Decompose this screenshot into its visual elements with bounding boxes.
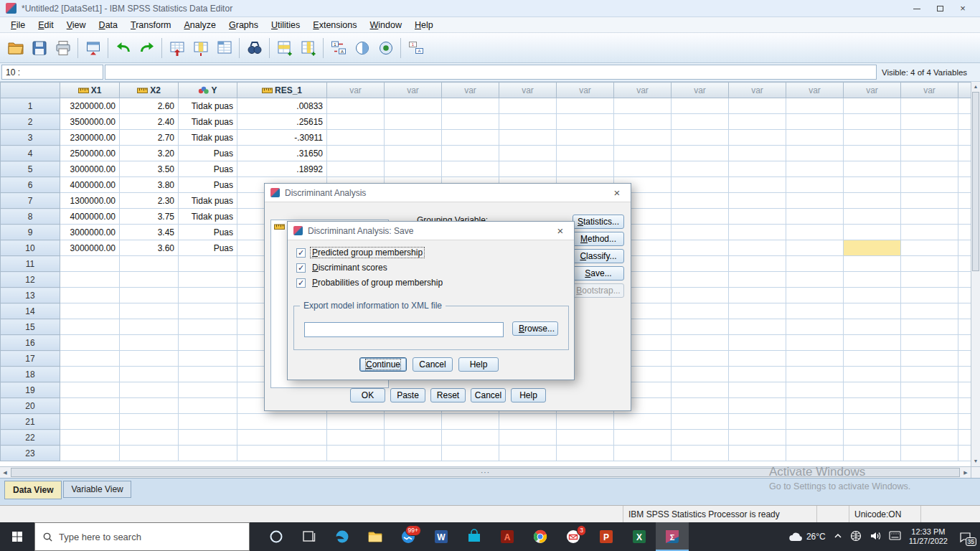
help-button[interactable]: Help — [511, 388, 546, 402]
grid-cell[interactable] — [901, 382, 958, 398]
grid-cell[interactable] — [237, 446, 327, 461]
classify-button[interactable]: Classify... — [573, 249, 624, 263]
goto-variable-icon[interactable] — [189, 36, 212, 60]
help-button[interactable]: Help — [458, 357, 499, 372]
spss-taskbar-icon[interactable]: Σ — [656, 522, 689, 551]
grid-cell[interactable] — [729, 177, 786, 193]
grid-cell[interactable] — [786, 272, 844, 288]
grid-cell[interactable] — [901, 240, 958, 256]
grid-cell[interactable] — [614, 430, 672, 446]
grid-cell[interactable] — [120, 430, 179, 446]
file-explorer-taskbar-icon[interactable] — [359, 522, 392, 551]
dialog-titlebar[interactable]: Discriminant Analysis: Save × — [288, 222, 574, 240]
grid-cell[interactable] — [179, 382, 237, 398]
grid-cell[interactable]: 2.60 — [120, 98, 179, 114]
grid-cell[interactable] — [60, 382, 120, 398]
grid-cell[interactable] — [385, 430, 442, 446]
menu-transform[interactable]: Transform — [124, 18, 178, 32]
grid-cell[interactable] — [120, 398, 179, 414]
select-cases-icon[interactable] — [374, 36, 397, 60]
grid-cell[interactable] — [614, 98, 672, 114]
grid-cell[interactable] — [844, 382, 901, 398]
grid-cell[interactable]: Puas — [179, 161, 237, 177]
column-header-var[interactable]: var — [729, 83, 786, 98]
grid-cell[interactable]: Puas — [179, 177, 237, 193]
grid-cell[interactable] — [442, 161, 499, 177]
grid-cell[interactable] — [60, 288, 120, 303]
grid-cell[interactable] — [901, 288, 958, 303]
grid-cell[interactable] — [120, 335, 179, 351]
grid-cell[interactable] — [786, 414, 844, 430]
grid-cell[interactable]: .00833 — [237, 98, 327, 114]
grid-cell[interactable]: .31650 — [237, 146, 327, 161]
grid-cell[interactable] — [786, 319, 844, 335]
grid-cell[interactable] — [327, 414, 385, 430]
grid-cell[interactable] — [844, 288, 901, 303]
grid-cell[interactable] — [120, 319, 179, 335]
grid-cell[interactable] — [672, 146, 729, 161]
select-all-corner[interactable] — [1, 83, 60, 98]
grid-cell[interactable] — [120, 367, 179, 382]
grid-cell[interactable]: 3.50 — [120, 161, 179, 177]
grid-cell[interactable] — [672, 351, 729, 367]
cancel-button[interactable]: Cancel — [413, 357, 453, 372]
grid-cell[interactable] — [672, 272, 729, 288]
column-header-var[interactable]: var — [442, 83, 499, 98]
grid-cell[interactable] — [237, 414, 327, 430]
paste-button[interactable]: Paste — [390, 388, 425, 402]
row-header[interactable]: 17 — [1, 351, 60, 367]
grid-cell[interactable] — [729, 288, 786, 303]
search-input[interactable] — [59, 532, 224, 542]
grid-cell[interactable] — [901, 130, 958, 146]
grid-cell[interactable] — [60, 398, 120, 414]
grid-cell[interactable] — [844, 335, 901, 351]
weight-cases-icon[interactable] — [350, 36, 374, 60]
checkbox-label[interactable]: Predicted group membership — [311, 248, 424, 258]
predicted-group-membership-checkbox[interactable]: ✓ — [296, 248, 306, 258]
mail-taskbar-icon[interactable]: 3 — [557, 522, 590, 551]
grid-cell[interactable] — [327, 446, 385, 461]
column-header-var[interactable]: var — [901, 83, 958, 98]
grid-cell[interactable] — [729, 209, 786, 225]
grid-cell[interactable] — [901, 398, 958, 414]
grid-cell[interactable]: 3200000.00 — [60, 98, 120, 114]
grid-cell[interactable] — [901, 161, 958, 177]
grid-cell[interactable] — [179, 335, 237, 351]
grid-cell[interactable] — [786, 398, 844, 414]
save-icon[interactable] — [27, 36, 51, 60]
grid-cell[interactable] — [672, 177, 729, 193]
grid-cell[interactable] — [385, 98, 442, 114]
grid-cell[interactable] — [499, 98, 557, 114]
grid-cell[interactable]: 2500000.00 — [60, 146, 120, 161]
grid-cell[interactable]: 3000000.00 — [60, 161, 120, 177]
task-view-taskbar-icon[interactable] — [293, 522, 326, 551]
grid-cell[interactable] — [901, 446, 958, 461]
menu-graphs[interactable]: Graphs — [222, 18, 265, 32]
grid-cell[interactable] — [672, 161, 729, 177]
menu-file[interactable]: File — [4, 18, 32, 32]
grid-cell[interactable]: 2.30 — [120, 193, 179, 209]
variables-icon[interactable] — [212, 36, 236, 60]
grid-cell[interactable] — [729, 193, 786, 209]
grid-cell[interactable] — [179, 430, 237, 446]
grid-cell[interactable] — [557, 414, 614, 430]
grid-cell[interactable] — [120, 288, 179, 303]
grid-cell[interactable] — [327, 430, 385, 446]
grid-cell[interactable] — [614, 161, 672, 177]
grid-cell[interactable] — [844, 98, 901, 114]
insert-variable-icon[interactable] — [296, 36, 320, 60]
grid-cell[interactable] — [672, 288, 729, 303]
cell-editor[interactable] — [105, 65, 877, 80]
grid-cell[interactable] — [442, 130, 499, 146]
grid-cell[interactable] — [179, 414, 237, 430]
grid-cell[interactable] — [729, 146, 786, 161]
tab-data-view[interactable]: Data View — [4, 481, 62, 499]
grid-cell[interactable] — [786, 351, 844, 367]
print-icon[interactable] — [51, 36, 75, 60]
grid-cell[interactable] — [385, 130, 442, 146]
grid-cell[interactable]: Puas — [179, 240, 237, 256]
grid-cell[interactable] — [901, 146, 958, 161]
grid-cell[interactable] — [672, 414, 729, 430]
grid-cell[interactable] — [60, 414, 120, 430]
powerpoint-taskbar-icon[interactable]: P — [590, 522, 623, 551]
